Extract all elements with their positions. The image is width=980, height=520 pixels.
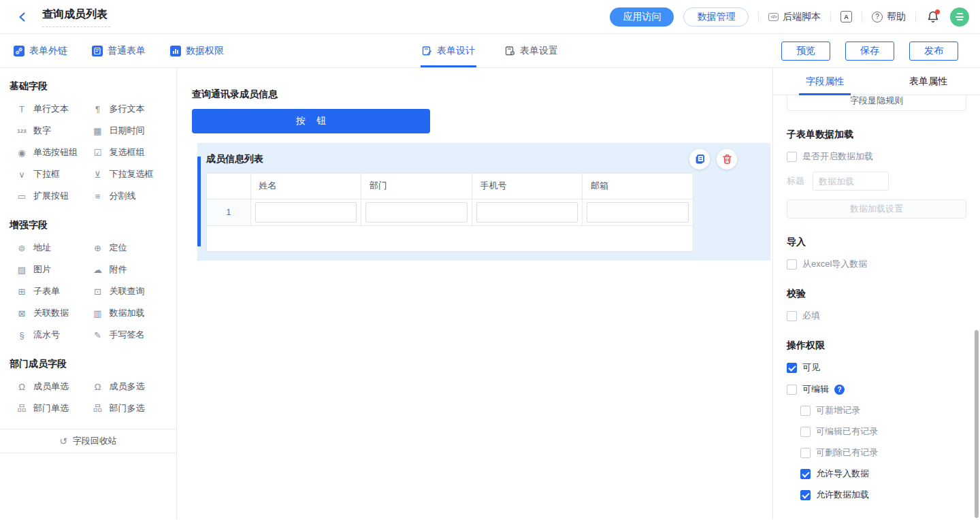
back-icon[interactable] (15, 10, 30, 25)
user-avatar[interactable] (950, 7, 969, 27)
pen-icon: ✎ (91, 330, 105, 340)
form-title[interactable]: 查询成员列表 (42, 6, 110, 27)
target-icon: ⊕ (91, 243, 105, 253)
field-item-data-load[interactable]: ▥数据加载 (91, 302, 167, 324)
enable-data-load-checkbox[interactable]: 是否开启数据加载 (787, 150, 966, 163)
row-index: 1 (207, 199, 250, 225)
copy-widget-icon[interactable] (689, 149, 710, 169)
column-header-department: 部门 (361, 174, 472, 199)
notification-bell-icon[interactable] (926, 9, 941, 25)
delete-widget-icon[interactable] (717, 149, 737, 169)
field-item-serial-number[interactable]: §流水号 (15, 324, 91, 346)
field-item-linked-data[interactable]: ⊠关联数据 (15, 302, 91, 324)
allow-data-load-checkbox[interactable]: 允许数据加载 (800, 489, 966, 501)
radio-icon: ◉ (15, 148, 29, 158)
field-item-select[interactable]: ∨下拉框 (15, 163, 91, 185)
external-link-tab[interactable]: 表单外链 (14, 45, 67, 57)
form-canvas[interactable]: 查询通讯录成员信息 按钮 成员信息列表 (178, 68, 772, 519)
location-pin-icon: ⊚ (15, 243, 29, 253)
app-access-button[interactable]: 应用访问 (610, 7, 674, 27)
question-icon: ? (872, 12, 883, 22)
save-button[interactable]: 保存 (845, 42, 894, 61)
can-delete-record-checkbox[interactable]: 可删除已有记录 (800, 446, 966, 459)
divider (758, 12, 759, 22)
single-line-text-icon: T (15, 104, 29, 114)
field-item-number[interactable]: 123数字 (15, 120, 91, 142)
section-title-enhanced-fields: 增强字段 (10, 219, 167, 231)
field-item-dept-single[interactable]: 品部门单选 (15, 397, 91, 419)
linked-data-icon: ⊠ (15, 308, 29, 319)
field-item-linked-query[interactable]: ⊡关联查询 (91, 280, 167, 302)
phone-input[interactable] (476, 202, 578, 223)
docs-button[interactable]: A (840, 11, 852, 22)
can-edit-record-checkbox[interactable]: 可编辑已有记录 (800, 425, 966, 438)
settings-doc-icon (505, 46, 515, 56)
email-input[interactable] (587, 202, 689, 223)
subform-widget-selected[interactable]: 成员信息列表 姓名 部 (197, 143, 770, 261)
form-action-button[interactable]: 按钮 (192, 109, 430, 133)
checkbox-icon (787, 259, 797, 270)
checkbox-icon (787, 385, 797, 395)
data-manage-button[interactable]: 数据管理 (683, 7, 749, 27)
calendar-icon: ▦ (91, 126, 105, 136)
field-item-geolocation[interactable]: ⊕定位 (91, 237, 167, 259)
column-header-name: 姓名 (250, 174, 361, 199)
required-checkbox[interactable]: 必填 (787, 310, 966, 322)
tab-form-settings[interactable]: 表单设置 (505, 34, 558, 67)
section-title-member-fields: 部门成员字段 (10, 358, 167, 370)
data-load-title-input[interactable] (813, 172, 889, 191)
field-item-address[interactable]: ⊚地址 (15, 237, 91, 259)
field-item-member-multi[interactable]: Ω成员多选 (91, 376, 167, 397)
checkbox-icon (787, 152, 797, 162)
field-item-divider[interactable]: ≡分割线 (91, 185, 167, 207)
checkbox-icon (787, 363, 797, 373)
field-recycle-bin[interactable]: ↺ 字段回收站 (0, 429, 176, 453)
field-item-radio-group[interactable]: ◉单选按钮组 (15, 142, 91, 163)
field-visibility-rules-button[interactable]: 字段显隐规则 (787, 95, 966, 111)
field-item-image[interactable]: ▨图片 (15, 259, 91, 280)
backend-script-button[interactable]: </> 后端脚本 (768, 11, 821, 23)
field-item-attachment[interactable]: ☁附件 (91, 259, 167, 280)
pill-button-icon: ▭ (15, 191, 29, 201)
form-icon (92, 46, 103, 56)
field-item-multi-select[interactable]: ⊻下拉复选框 (91, 163, 167, 185)
data-load-settings-button[interactable]: 数据加载设置 (787, 199, 966, 218)
publish-button[interactable]: 发布 (909, 42, 958, 61)
field-item-dept-multi[interactable]: 品部门多选 (91, 397, 167, 419)
field-item-member-single[interactable]: Ω成员单选 (15, 376, 91, 397)
tab-field-properties[interactable]: 字段属性 (773, 68, 877, 95)
allow-import-checkbox[interactable]: 允许导入数据 (800, 468, 966, 480)
link-icon (14, 46, 24, 56)
document-a-icon: A (840, 11, 852, 22)
subform-data-row: 1 (207, 199, 693, 225)
department-input[interactable] (365, 202, 468, 223)
field-item-checkbox-group[interactable]: ☑复选框组 (91, 142, 167, 163)
name-input[interactable] (255, 202, 357, 223)
divider (830, 12, 831, 22)
field-item-extend-button[interactable]: ▭扩展按钮 (15, 185, 91, 207)
people-icon: Ω (91, 382, 105, 392)
bar-chart-icon (170, 46, 181, 56)
field-item-subform[interactable]: ⊞子表单 (15, 280, 91, 302)
field-item-signature[interactable]: ✎手写签名 (91, 324, 167, 346)
panel-scrollbar[interactable] (975, 330, 979, 518)
can-add-record-checkbox[interactable]: 可新增记录 (800, 404, 966, 417)
excel-import-checkbox[interactable]: 从excel导入数据 (787, 258, 966, 270)
number-icon: 123 (15, 128, 29, 134)
editable-checkbox[interactable]: 可编辑 ? (787, 383, 966, 395)
help-button[interactable]: ? 帮助 (872, 11, 906, 23)
normal-form-tab[interactable]: 普通表单 (92, 45, 146, 57)
visible-checkbox[interactable]: 可见 (787, 361, 966, 374)
departments-icon: 品 (91, 402, 105, 415)
preview-button[interactable]: 预览 (781, 42, 830, 61)
field-item-datetime[interactable]: ▦日期时间 (91, 120, 167, 142)
field-item-single-line-text[interactable]: T单行文本 (15, 98, 91, 120)
tab-form-design[interactable]: 表单设计 (422, 34, 475, 67)
tab-form-properties[interactable]: 表单属性 (877, 68, 980, 95)
data-permission-tab[interactable]: 数据权限 (170, 45, 224, 57)
checkbox-icon (787, 311, 797, 321)
help-icon[interactable]: ? (834, 385, 845, 395)
dropdown-check-icon: ⊻ (91, 169, 105, 180)
subform-header-row: 姓名 部门 手机号 邮箱 (207, 174, 693, 199)
field-item-multi-line-text[interactable]: ¶多行文本 (91, 98, 167, 120)
